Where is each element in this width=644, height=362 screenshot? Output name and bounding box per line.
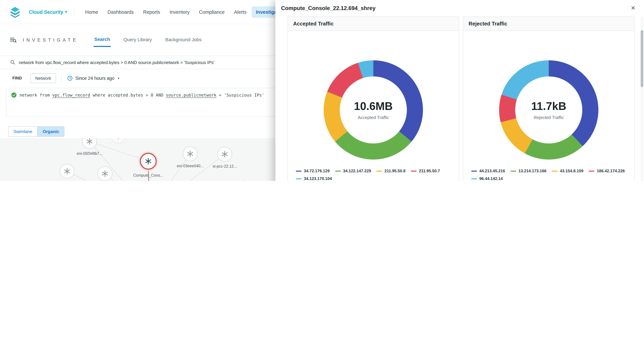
legend-item[interactable]: 96.44.142.14 bbox=[471, 176, 503, 181]
chart-card-accepted-traffic: Accepted Traffic10.6MBAccepted Traffic34… bbox=[288, 16, 459, 181]
nav-item-alerts[interactable]: Alerts bbox=[230, 6, 251, 17]
find-label: FIND bbox=[12, 76, 22, 80]
donut-hole: 10.6MBAccepted Traffic bbox=[340, 76, 407, 143]
list-search-icon[interactable] bbox=[10, 36, 17, 43]
legend-color-dash bbox=[589, 170, 594, 171]
legend-label: 96.44.142.14 bbox=[479, 176, 503, 181]
legend-item[interactable]: 44.213.45.216 bbox=[471, 169, 505, 173]
donut-rejected-traffic: 11.7kBRejected Traffic bbox=[499, 60, 598, 160]
chart-card-title: Rejected Traffic bbox=[463, 17, 634, 31]
legend-label: 211.95.50.7 bbox=[419, 169, 440, 173]
tab-query-library[interactable]: Query Library bbox=[123, 33, 152, 46]
legend-label: 43.154.8.109 bbox=[560, 169, 583, 173]
legend-label: 186.42.174.226 bbox=[597, 169, 625, 173]
view-tab-organic[interactable]: Organic bbox=[38, 126, 64, 137]
query-segment: = 'Suspicious IPs' bbox=[216, 92, 264, 97]
legend-item[interactable]: 34.72.176.129 bbox=[296, 169, 330, 173]
find-divider bbox=[61, 74, 62, 82]
legend-item[interactable]: 34.123.170.104 bbox=[296, 176, 332, 181]
query-segment: where accepted.bytes > 0 AND bbox=[90, 92, 166, 97]
legend-label: 44.213.45.216 bbox=[479, 169, 505, 173]
donut-accepted-traffic: 10.6MBAccepted Traffic bbox=[324, 60, 423, 160]
scrollbar-thumb[interactable] bbox=[641, 30, 643, 87]
donut-center-value: 11.7kB bbox=[531, 100, 566, 113]
graph-edge bbox=[90, 141, 148, 161]
legend-color-dash bbox=[552, 170, 558, 171]
legend-color-dash bbox=[471, 170, 477, 171]
chart-card-title: Accepted Traffic bbox=[288, 17, 459, 31]
chart-legend: 44.213.45.21613.214.173.16643.154.8.1091… bbox=[471, 169, 630, 181]
view-tab-swimlane[interactable]: Swimlane bbox=[8, 126, 38, 137]
nav-item-dashboards[interactable]: Dashboards bbox=[103, 6, 138, 17]
legend-item[interactable]: 186.42.174.226 bbox=[589, 169, 625, 173]
legend-color-dash bbox=[510, 170, 516, 171]
legend-label: 34.72.176.129 bbox=[304, 169, 330, 173]
legend-item[interactable]: 13.214.173.166 bbox=[510, 169, 546, 173]
donut-center-value: 10.6MB bbox=[354, 100, 392, 113]
donut-center-label: Accepted Traffic bbox=[358, 115, 389, 120]
nav-item-reports[interactable]: Reports bbox=[139, 6, 164, 17]
donut-center-label: Rejected Traffic bbox=[534, 115, 564, 120]
section-title: INVESTIGATE bbox=[23, 37, 78, 42]
drawer-title: Compute_Console_22.12.694_shrey bbox=[281, 5, 376, 11]
legend-item[interactable]: 43.154.8.109 bbox=[552, 169, 583, 173]
product-name: Cloud Security bbox=[29, 9, 63, 14]
success-check-icon bbox=[11, 92, 17, 98]
graph-node-az-nskhypdnd[interactable] bbox=[98, 166, 112, 181]
graph-node-label: si-pcc-22.12... bbox=[213, 164, 237, 168]
nav-item-home[interactable]: Home bbox=[81, 6, 102, 17]
search-icon bbox=[10, 60, 16, 65]
graph-node-compute-cons[interactable] bbox=[140, 153, 157, 170]
clock-icon bbox=[67, 75, 72, 81]
legend-color-dash bbox=[471, 178, 477, 179]
graph-node-label: Compute_Cons... bbox=[133, 173, 163, 177]
tab-search[interactable]: Search bbox=[94, 33, 111, 47]
view-mode-tabs: SwimlaneOrganic bbox=[8, 126, 64, 137]
time-range-value: Since 24 hours ago bbox=[75, 76, 114, 81]
traffic-charts: Accepted Traffic10.6MBAccepted Traffic34… bbox=[288, 16, 634, 181]
close-icon[interactable]: × bbox=[631, 4, 635, 12]
legend-color-dash bbox=[411, 170, 416, 171]
tab-background-jobs[interactable]: Background Jobs bbox=[165, 33, 202, 46]
app-root: Cloud Security ▾ HomeDashboardsReportsIn… bbox=[0, 0, 644, 181]
nav-divider bbox=[74, 7, 74, 16]
product-switcher[interactable]: Cloud Security ▾ bbox=[29, 9, 67, 14]
chevron-down-icon: ▾ bbox=[118, 76, 120, 80]
drawer-scrollbar bbox=[641, 17, 643, 181]
chevron-down-icon: ▾ bbox=[65, 10, 67, 14]
chart-legend: 34.72.176.12934.122.147.229211.95.50.821… bbox=[296, 169, 455, 181]
drawer-header: Compute_Console_22.12.694_shrey × bbox=[276, 0, 644, 16]
legend-label: 34.123.170.104 bbox=[304, 176, 332, 181]
legend-item[interactable]: 34.122.147.229 bbox=[335, 169, 371, 173]
legend-color-dash bbox=[376, 170, 382, 171]
legend-item[interactable]: 211.95.50.8 bbox=[376, 169, 405, 173]
legend-color-dash bbox=[296, 178, 302, 179]
investigate-tabs: SearchQuery LibraryBackground Jobs bbox=[94, 33, 214, 47]
query-segment: network from bbox=[20, 92, 52, 97]
legend-color-dash bbox=[335, 170, 341, 171]
chart-card-rejected-traffic: Rejected Traffic11.7kBRejected Traffic44… bbox=[463, 16, 634, 181]
time-range-dropdown[interactable]: Since 24 hours ago ▾ bbox=[67, 75, 120, 81]
query-segment: source.publicnetwork bbox=[166, 92, 216, 97]
query-segment: vpc.flow_record bbox=[52, 92, 90, 97]
graph-node-eni-03eee040[interactable] bbox=[183, 146, 198, 161]
legend-item[interactable]: 211.95.50.7 bbox=[411, 169, 440, 173]
legend-label: 211.95.50.8 bbox=[384, 169, 405, 173]
nav-item-inventory[interactable]: Inventory bbox=[165, 6, 194, 17]
legend-label: 34.122.147.229 bbox=[343, 169, 371, 173]
legend-label: 13.214.173.166 bbox=[518, 169, 546, 173]
graph-node-label: eni-05f349b7... bbox=[77, 151, 102, 156]
entity-type-chip[interactable]: Network bbox=[30, 73, 56, 83]
query-text: network from vpc.flow_record where accep… bbox=[20, 92, 264, 98]
graph-node-eni-09c30e4d[interactable] bbox=[60, 164, 74, 179]
graph-node-label: eni-03eee040... bbox=[177, 164, 204, 168]
nav-item-compliance[interactable]: Compliance bbox=[194, 6, 229, 17]
donut-hole: 11.7kBRejected Traffic bbox=[515, 76, 582, 143]
graph-node-si-pcc-22-12[interactable] bbox=[217, 147, 232, 162]
asset-detail-drawer: Compute_Console_22.12.694_shrey × Accept… bbox=[276, 0, 644, 181]
app-logo-icon bbox=[9, 5, 22, 18]
search-query-text: network from vpc.flow_record where accep… bbox=[19, 60, 214, 65]
legend-color-dash bbox=[296, 170, 302, 171]
